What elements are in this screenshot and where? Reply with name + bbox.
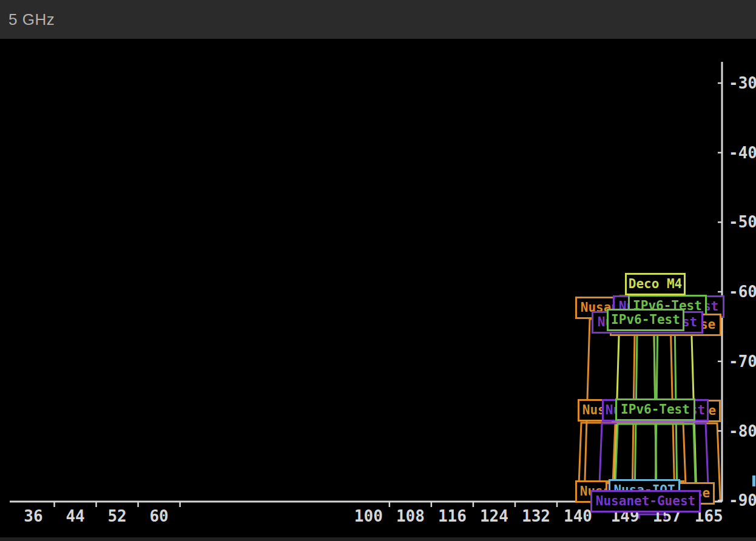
network-label-nusanet-guest: Nusanet-Guest: [590, 490, 701, 512]
x-tick-label-116: 116: [438, 507, 467, 525]
x-tick-label-124: 124: [480, 507, 508, 525]
network-label-deco-m4: Deco M4: [625, 273, 686, 295]
y-tick-label--90: -90: [729, 491, 756, 509]
x-tick-label-60: 60: [149, 507, 168, 525]
y-tick-label--80: -80: [729, 422, 756, 440]
y-tick-label--70: -70: [729, 352, 756, 371]
y-tick-label--40: -40: [729, 144, 756, 162]
x-tick-label-100: 100: [354, 507, 383, 525]
offscreen-network-edge: [752, 475, 755, 486]
y-tick-label--30: -30: [729, 74, 756, 92]
band-title: 5 GHz: [8, 10, 55, 29]
network-label-ipv6-test: IPv6-Test: [607, 309, 684, 331]
x-tick-label-36: 36: [24, 507, 42, 525]
channel-graph: 36445260100108116124132140149157165-30-4…: [0, 39, 756, 541]
bottom-strip: [0, 537, 756, 541]
title-bar: 5 GHz: [0, 0, 756, 39]
wifi-analyzer-screen: 5 GHz 3644526010010811612413214014915716…: [0, 0, 756, 541]
x-tick-label-132: 132: [522, 507, 550, 525]
x-tick-label-52: 52: [107, 507, 126, 525]
x-tick-label-108: 108: [396, 507, 425, 525]
x-tick-label-140: 140: [564, 507, 592, 525]
network-label-ipv6-test: IPv6-Test: [615, 398, 695, 421]
y-tick-label--60: -60: [729, 283, 756, 301]
y-tick-label--50: -50: [729, 213, 756, 231]
x-tick-label-44: 44: [66, 507, 84, 525]
